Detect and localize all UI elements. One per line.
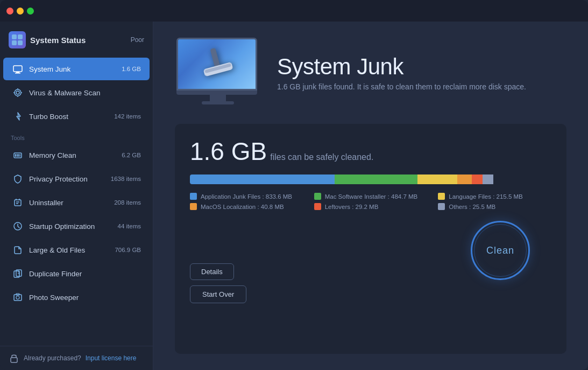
legend-text-leftovers: Leftovers : 29.2 MB [325, 204, 379, 210]
legend-dot-macos-loc [190, 203, 197, 210]
storage-progress-bar [190, 174, 551, 184]
large-old-files-label: Large & Old Files [29, 246, 85, 254]
sidebar-item-photo-sweeper[interactable]: Photo Sweeper [3, 286, 150, 309]
start-over-area: Start Over [190, 285, 551, 303]
legend-mac-software: Mac Software Installer : 484.7 MB [314, 193, 428, 200]
minimize-button[interactable] [17, 8, 24, 15]
svg-rect-31 [11, 358, 17, 362]
feature-icon-wrapper [175, 38, 261, 108]
legend-text-mac-software: Mac Software Installer : 484.7 MB [325, 193, 418, 200]
startup-optimization-label: Startup Optimization [29, 222, 95, 231]
legend-dot-application [190, 193, 197, 200]
svg-rect-15 [17, 154, 18, 157]
monitor-border-bottom [176, 90, 257, 95]
close-button[interactable] [6, 8, 13, 15]
bar-application-junk [190, 174, 335, 184]
svg-rect-6 [15, 73, 20, 74]
bar-macos-localization [457, 174, 472, 184]
feature-title: System Junk [277, 54, 526, 79]
sidebar-item-turbo-boost[interactable]: Turbo Boost 142 items [3, 105, 150, 128]
maximize-button[interactable] [27, 8, 34, 15]
svg-rect-4 [13, 66, 22, 72]
monitor-screen [176, 38, 257, 90]
large-old-files-icon [12, 244, 24, 256]
svg-rect-32 [210, 48, 220, 67]
bar-others [483, 174, 493, 184]
sidebar-item-uninstaller[interactable]: Uninstaller 208 items [3, 191, 150, 214]
sidebar: System Status Poor System Junk 1.6 GB Vi… [0, 22, 153, 370]
tools-section-label: Tools [0, 128, 153, 143]
sidebar-footer: Already purchased? Input license here [0, 346, 153, 370]
legend-language-files: Language Files : 215.5 MB [438, 193, 551, 200]
app-container: System Status Poor System Junk 1.6 GB Vi… [0, 22, 588, 370]
photo-sweeper-label: Photo Sweeper [29, 294, 79, 302]
legend-dot-language [438, 193, 445, 200]
system-junk-icon [12, 63, 24, 75]
large-old-files-badge: 706.9 GB [115, 247, 141, 253]
sidebar-title: System Status [30, 36, 86, 45]
sidebar-header: System Status Poor [0, 27, 153, 57]
legend-text-macos-loc: MacOS Localization : 40.8 MB [201, 204, 284, 210]
uninstaller-label: Uninstaller [29, 199, 63, 207]
svg-point-8 [16, 91, 19, 94]
virus-malware-label: Virus & Malware Scan [29, 89, 101, 97]
virus-malware-icon [12, 87, 24, 99]
sidebar-item-privacy-protection[interactable]: Privacy Protection 1638 items [3, 167, 150, 190]
bar-leftovers [472, 174, 483, 184]
legend-dot-leftovers [314, 203, 321, 210]
storage-legend: Application Junk Files : 833.6 MB Mac So… [190, 193, 551, 210]
details-button[interactable]: Details [190, 263, 234, 280]
sidebar-item-startup-optimization[interactable]: Startup Optimization 44 items [3, 215, 150, 238]
monitor-base [210, 95, 226, 101]
start-over-button[interactable]: Start Over [190, 285, 246, 303]
privacy-protection-badge: 1638 items [111, 176, 141, 182]
privacy-protection-icon [12, 173, 24, 185]
storage-desc: files can be safely cleaned. [270, 152, 373, 162]
turbo-boost-label: Turbo Boost [29, 113, 68, 121]
legend-application-junk: Application Junk Files : 833.6 MB [190, 193, 303, 200]
title-area: System Junk 1.6 GB junk files found. It … [277, 54, 526, 91]
bar-mac-software [335, 174, 418, 184]
legend-macos-localization: MacOS Localization : 40.8 MB [190, 203, 303, 210]
svg-rect-2 [12, 40, 17, 45]
svg-rect-3 [18, 40, 23, 45]
bottom-row: Details Clean [190, 221, 551, 280]
footer-link[interactable]: Input license here [86, 354, 137, 362]
storage-header: 1.6 GB files can be safely cleaned. [190, 137, 551, 166]
sidebar-status: Poor [131, 36, 144, 44]
system-junk-badge: 1.6 GB [122, 66, 141, 72]
feature-subtitle: 1.6 GB junk files found. It is safe to c… [277, 82, 526, 91]
sidebar-item-virus-malware[interactable]: Virus & Malware Scan [3, 81, 150, 104]
startup-optimization-badge: 44 items [118, 223, 141, 229]
storage-section: 1.6 GB files can be safely cleaned. Appl… [175, 124, 566, 354]
svg-rect-18 [15, 200, 21, 206]
startup-optimization-icon [12, 220, 24, 232]
turbo-boost-badge: 142 items [114, 113, 141, 120]
legend-dot-others [438, 203, 445, 210]
privacy-protection-label: Privacy Protection [29, 175, 88, 183]
svg-rect-16 [18, 154, 19, 157]
uninstaller-icon [12, 197, 24, 208]
turbo-boost-icon [12, 110, 24, 122]
footer-text: Already purchased? [24, 354, 81, 362]
monitor-foot [202, 101, 234, 104]
sidebar-item-large-old-files[interactable]: Large & Old Files 706.9 GB [3, 239, 150, 261]
memory-clean-icon [12, 149, 24, 161]
sidebar-item-system-junk[interactable]: System Junk 1.6 GB [3, 58, 150, 80]
memory-clean-label: Memory Clean [29, 151, 76, 159]
sidebar-item-duplicate-finder[interactable]: Duplicate Finder [3, 262, 150, 285]
legend-text-application: Application Junk Files : 833.6 MB [201, 193, 292, 200]
svg-rect-14 [15, 154, 16, 157]
clean-button[interactable]: Clean [471, 221, 530, 280]
duplicate-finder-label: Duplicate Finder [29, 270, 82, 278]
titlebar [0, 0, 588, 22]
svg-point-7 [15, 89, 21, 96]
legend-dot-mac-software [314, 193, 321, 200]
legend-others: Others : 25.5 MB [438, 203, 551, 210]
app-icon [9, 31, 26, 48]
sidebar-item-memory-clean[interactable]: Memory Clean 6.2 GB [3, 144, 150, 166]
bar-language-files [417, 174, 457, 184]
svg-rect-17 [20, 154, 20, 157]
lock-icon [9, 353, 19, 364]
memory-clean-badge: 6.2 GB [122, 152, 141, 158]
